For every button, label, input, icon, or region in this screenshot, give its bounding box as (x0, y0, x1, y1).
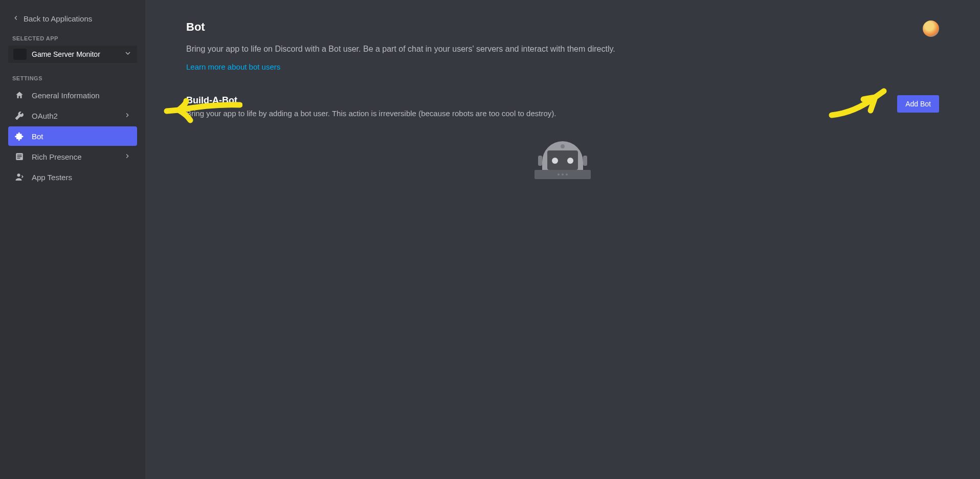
sidebar-item-label: OAuth2 (32, 112, 117, 120)
arrow-left-icon (12, 14, 19, 23)
chevron-right-icon (124, 153, 131, 161)
section-description: Bring your app to life by adding a bot u… (186, 109, 556, 118)
svg-rect-13 (538, 156, 542, 166)
svg-rect-1 (17, 155, 22, 156)
main-content: Bot Bring your app to life on Discord wi… (145, 0, 980, 479)
svg-rect-3 (17, 158, 20, 159)
svg-point-6 (558, 173, 560, 176)
sidebar-item-app-testers[interactable]: App Testers (8, 167, 137, 187)
page-title: Bot (186, 20, 615, 34)
svg-point-4 (17, 173, 20, 177)
selected-app-heading: SELECTED APP (0, 32, 145, 46)
svg-rect-9 (547, 150, 578, 170)
sidebar-item-label: Rich Presence (32, 153, 117, 161)
settings-heading: SETTINGS (0, 72, 145, 85)
home-icon (14, 90, 25, 100)
sidebar-item-label: App Testers (32, 173, 131, 182)
svg-point-10 (552, 158, 558, 164)
app-icon (13, 49, 27, 60)
sidebar-item-general-information[interactable]: General Information (8, 85, 137, 105)
sidebar: Back to Applications SELECTED APP Game S… (0, 0, 145, 479)
chevron-right-icon (124, 112, 131, 120)
sidebar-item-rich-presence[interactable]: Rich Presence (8, 147, 137, 166)
sidebar-item-oauth2[interactable]: OAuth2 (8, 106, 137, 125)
back-to-applications-link[interactable]: Back to Applications (0, 8, 145, 32)
app-selector[interactable]: Game Server Monitor (8, 46, 137, 63)
section-title: Build-A-Bot (186, 95, 556, 106)
svg-point-12 (561, 144, 565, 148)
svg-point-11 (567, 158, 573, 164)
settings-nav: General Information OAuth2 Bot Rich Pres… (0, 85, 145, 188)
add-bot-button[interactable]: Add Bot (897, 95, 939, 113)
back-label: Back to Applications (24, 14, 92, 23)
svg-point-8 (566, 173, 568, 176)
user-avatar[interactable] (923, 20, 939, 37)
svg-point-7 (562, 173, 564, 176)
robot-illustration (532, 130, 593, 181)
page-description: Bring your app to life on Discord with a… (186, 43, 615, 55)
build-a-bot-section: Build-A-Bot Bring your app to life by ad… (186, 95, 939, 181)
list-icon (14, 151, 25, 162)
learn-more-link[interactable]: Learn more about bot users (186, 62, 280, 71)
sidebar-item-label: General Information (32, 91, 131, 100)
person-icon (14, 172, 25, 182)
sidebar-item-bot[interactable]: Bot (8, 126, 137, 146)
svg-rect-2 (17, 156, 22, 157)
wrench-icon (14, 111, 25, 121)
sidebar-item-label: Bot (32, 132, 131, 141)
chevron-down-icon (124, 49, 132, 59)
app-name: Game Server Monitor (32, 50, 119, 58)
puzzle-icon (14, 131, 25, 141)
svg-rect-14 (583, 156, 587, 166)
